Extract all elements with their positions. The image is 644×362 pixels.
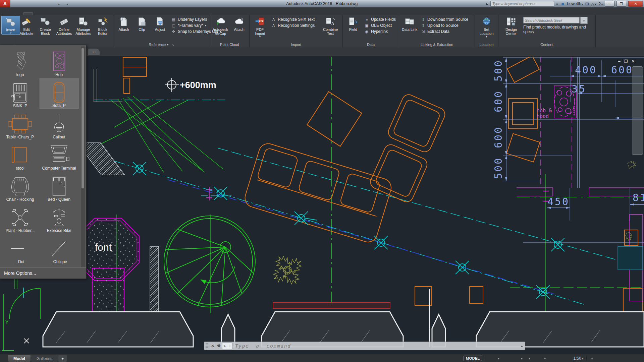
ribbon-tab[interactable] — [85, 13, 94, 15]
new-layout-button[interactable]: + — [58, 355, 67, 362]
block-gallery-item[interactable]: Exercise Bike — [40, 202, 78, 234]
viewport-controls: – ❐ ✕ — [618, 59, 635, 64]
model-space-toggle[interactable]: MODEL — [464, 356, 482, 361]
navigation-bar — [632, 66, 643, 155]
autodesk-recap-button[interactable]: Autodesk ReCap — [211, 16, 229, 36]
polar-tracking[interactable] — [519, 356, 524, 361]
seek-search-icon[interactable]: ⌕ — [580, 17, 588, 24]
block-gallery-item[interactable]: Table+Chars_P — [1, 109, 40, 140]
field-button[interactable]: Field — [344, 16, 362, 32]
row-icon: ⇓ — [421, 17, 426, 22]
attach-button[interactable]: Attach — [115, 16, 133, 32]
clip-button[interactable]: Clip — [133, 16, 151, 32]
block-gallery-item[interactable]: stool — [1, 140, 40, 171]
block-gallery-item[interactable]: Hob — [40, 47, 78, 78]
command-line-dock: ✕ ⚒ >_ ▲ — [204, 342, 525, 350]
ribbon-row-button[interactable]: ⇲ Extract Data — [421, 29, 468, 34]
model-tab[interactable]: Model — [8, 355, 31, 362]
close-button[interactable]: ✕ — [628, 1, 643, 7]
ribbon-big-button[interactable]: Create Block — [36, 16, 54, 36]
ribbon-tab[interactable] — [33, 13, 42, 15]
svg-text:400: 400 — [575, 64, 597, 76]
dock-drag-handle[interactable] — [206, 343, 208, 349]
ribbon-tab[interactable] — [68, 13, 76, 15]
ribbon-tab[interactable] — [59, 13, 68, 15]
block-gallery-item[interactable]: Plant - Rubber... — [1, 202, 40, 234]
block-gallery-item[interactable]: _Dot — [1, 234, 40, 265]
search-expand-icon[interactable]: ▸ — [486, 1, 488, 6]
ribbon-big-button[interactable]: Define Attributes — [55, 16, 73, 36]
ribbon-row-button[interactable]: ◉ Hyperlink — [364, 29, 396, 34]
restore-button[interactable]: ❐ — [616, 1, 626, 7]
viewport-minimize-icon[interactable]: – — [618, 59, 621, 64]
ribbon-tab[interactable] — [42, 13, 50, 15]
block-gallery-item[interactable]: Computer Terminal — [40, 140, 78, 171]
viewport-close-icon[interactable]: ✕ — [631, 59, 635, 64]
attach-cloud-button[interactable]: Attach — [230, 16, 248, 32]
ribbon-big-button[interactable]: Edit Attribute — [17, 16, 36, 36]
help-search-input[interactable] — [490, 1, 554, 7]
data-link-button[interactable]: Data Link — [400, 16, 419, 32]
block-gallery-item[interactable]: Callout — [40, 109, 78, 140]
gallery-scrollbar[interactable] — [81, 47, 85, 267]
ribbon-big-button[interactable]: Manage Attributes — [74, 16, 93, 36]
ribbon-row-button[interactable]: A Recognition Settings — [271, 23, 315, 28]
panel-data: Field ≡ Update Fields ▣ OLE Object ◉ Hyp… — [343, 15, 399, 47]
dock-close-icon[interactable]: ✕ — [211, 344, 214, 348]
command-input[interactable] — [232, 343, 519, 349]
svg-text:600: 600 — [492, 90, 504, 112]
dock-customize-icon[interactable]: ⚒ — [217, 344, 221, 348]
object-snap[interactable] — [542, 356, 547, 361]
status-bar: Model Galleries + MODEL 1:50 — [0, 354, 644, 362]
ribbon-row-button[interactable]: ⇓ Download from Source — [421, 17, 468, 22]
reference-panel-label[interactable]: Reference▾↘ — [113, 42, 210, 47]
autodesk-seek-search-input[interactable] — [523, 17, 580, 23]
block-gallery-item[interactable]: logo — [1, 47, 40, 78]
row-icon: A — [271, 17, 276, 21]
search-icon[interactable]: ⌕ — [556, 1, 558, 6]
layout-tabs: Model Galleries + — [8, 354, 67, 362]
snap-mode[interactable] — [496, 356, 501, 361]
panel-reference: Attach Clip Adjust ▤ Underlay Layers ▢ *… — [113, 15, 210, 47]
ribbon-row-button[interactable]: ▣ OLE Object — [364, 23, 396, 28]
block-gallery-item[interactable]: Sofa_P — [40, 78, 78, 109]
app-store-icon[interactable]: ⊞ — [585, 1, 589, 6]
block-gallery-item[interactable]: Chair - Rocking — [1, 171, 40, 202]
isometric-drafting[interactable] — [527, 356, 532, 361]
new-drawing-tab-button[interactable]: + — [88, 49, 100, 55]
more-options-link[interactable]: More Options... — [0, 267, 86, 279]
viewport-restore-icon[interactable]: ❐ — [624, 59, 628, 64]
ribbon-row-button[interactable]: ≡ Update Fields — [364, 17, 396, 22]
recent-commands-button[interactable]: >_ — [222, 343, 232, 349]
ribbon-tab[interactable] — [23, 12, 33, 15]
ribbon-row-button[interactable]: ⇑ Upload to Source — [421, 23, 468, 28]
ribbon-big-button[interactable]: Block Editor — [94, 16, 112, 36]
minimize-button[interactable]: – — [605, 1, 614, 7]
command-history-toggle-icon[interactable]: ▲ — [520, 344, 524, 348]
ribbon-tab[interactable] — [76, 13, 85, 15]
ribbon-row-button[interactable]: A Recognize SHX Text — [271, 17, 315, 22]
ribbon-tab[interactable] — [50, 13, 59, 15]
ribbon-tab[interactable] — [94, 13, 103, 15]
pdf-import-button[interactable]: PDF Import▾ — [251, 16, 269, 38]
block-gallery-item[interactable]: _Oblique — [40, 234, 78, 265]
autocad-window: PDF A A — [0, 0, 644, 362]
design-center-button[interactable]: Design Center — [500, 16, 523, 36]
ribbon-tab[interactable] — [103, 13, 111, 15]
svg-text:450: 450 — [547, 196, 570, 207]
a360-icon[interactable]: △ — [591, 1, 596, 6]
signed-in-user[interactable]: hewetth — [567, 1, 583, 6]
adjust-button[interactable]: Adjust — [151, 16, 169, 32]
galleries-tab[interactable]: Galleries — [31, 355, 58, 362]
combine-text-button[interactable]: Combine Text — [320, 16, 341, 36]
ribbon-tab[interactable] — [15, 13, 23, 15]
svg-text:600: 600 — [611, 64, 633, 76]
help-icon[interactable]: ? — [598, 1, 603, 6]
svg-text:600: 600 — [492, 126, 504, 148]
annotation-scale-button[interactable]: 1:50 — [573, 356, 583, 361]
panel-content: Design Center ⌕ Find product models, dra… — [498, 15, 596, 47]
block-gallery-item[interactable]: Bed - Queen — [40, 171, 78, 202]
block-gallery-item[interactable]: SINK_P — [1, 78, 40, 109]
workspace-switching[interactable] — [590, 356, 594, 361]
set-location-button[interactable]: Set Location▾ — [476, 16, 497, 38]
